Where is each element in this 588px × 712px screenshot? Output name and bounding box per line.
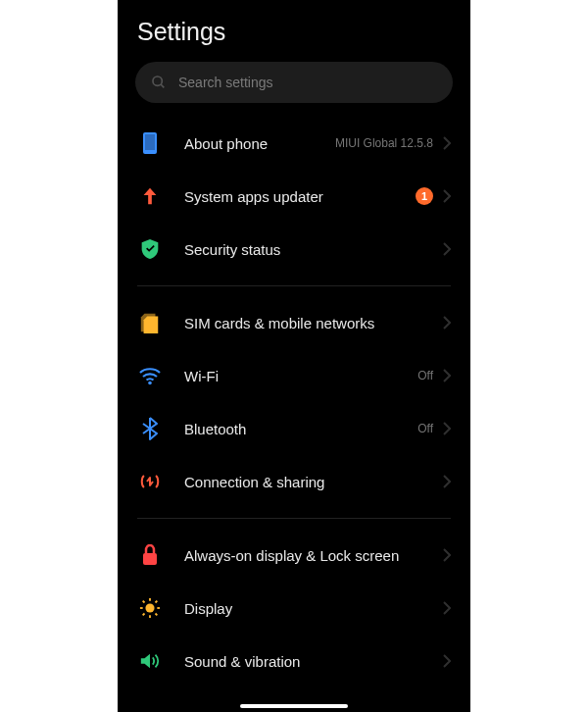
chevron-right-icon — [443, 422, 451, 435]
bluetooth-icon — [137, 416, 163, 441]
svg-point-6 — [145, 603, 154, 612]
item-about-phone[interactable]: About phone MIUI Global 12.5.8 — [118, 117, 470, 170]
chevron-right-icon — [443, 601, 451, 615]
update-arrow-icon — [137, 183, 163, 209]
sun-icon — [137, 595, 163, 621]
chevron-right-icon — [443, 316, 451, 330]
home-indicator[interactable] — [240, 704, 348, 708]
chevron-right-icon — [443, 369, 451, 382]
item-label: SIM cards & mobile networks — [184, 315, 443, 331]
item-label: System apps updater — [184, 188, 416, 205]
phone-icon — [137, 130, 163, 156]
item-display[interactable]: Display — [118, 582, 470, 635]
item-wifi[interactable]: Wi-Fi Off — [118, 349, 470, 402]
lock-icon — [137, 542, 163, 568]
shield-check-icon — [137, 236, 163, 262]
connection-icon — [137, 469, 163, 494]
item-security-status[interactable]: Security status — [118, 223, 470, 276]
item-label: Bluetooth — [184, 421, 417, 437]
divider — [137, 518, 451, 519]
item-label: Sound & vibration — [184, 653, 443, 670]
item-label: About phone — [184, 135, 335, 152]
svg-line-12 — [156, 614, 158, 616]
item-bluetooth[interactable]: Bluetooth Off — [118, 402, 470, 455]
divider — [137, 285, 451, 286]
svg-line-14 — [156, 601, 158, 603]
item-status: Off — [417, 369, 433, 382]
chevron-right-icon — [443, 136, 451, 150]
header: Settings — [118, 0, 470, 58]
svg-rect-3 — [145, 134, 155, 150]
page-title: Settings — [137, 18, 451, 46]
svg-point-0 — [153, 76, 162, 85]
settings-list: About phone MIUI Global 12.5.8 System ap… — [118, 117, 470, 687]
search-placeholder: Search settings — [178, 75, 273, 90]
chevron-right-icon — [443, 654, 451, 668]
item-connection-sharing[interactable]: Connection & sharing — [118, 455, 470, 508]
item-label: Wi-Fi — [184, 368, 417, 384]
item-status: Off — [417, 422, 433, 435]
search-icon — [151, 75, 167, 90]
item-status: MIUI Global 12.5.8 — [335, 136, 433, 150]
item-aod-lock[interactable]: Always-on display & Lock screen — [118, 529, 470, 582]
chevron-right-icon — [443, 242, 451, 256]
badge: 1 — [416, 187, 433, 205]
item-label: Display — [184, 600, 443, 617]
svg-line-11 — [143, 601, 145, 603]
svg-line-13 — [143, 614, 145, 616]
item-label: Always-on display & Lock screen — [184, 547, 443, 564]
svg-rect-5 — [143, 553, 157, 565]
speaker-icon — [137, 648, 163, 674]
item-label: Connection & sharing — [184, 474, 443, 490]
chevron-right-icon — [443, 548, 451, 562]
wifi-icon — [137, 363, 163, 388]
item-system-apps-updater[interactable]: System apps updater 1 — [118, 170, 470, 223]
chevron-right-icon — [443, 189, 451, 203]
settings-screen: Settings Search settings About phone MIU… — [118, 0, 470, 712]
item-label: Security status — [184, 241, 443, 258]
item-sound-vibration[interactable]: Sound & vibration — [118, 635, 470, 687]
item-sim-cards[interactable]: SIM cards & mobile networks — [118, 296, 470, 349]
sim-icon — [137, 310, 163, 335]
chevron-right-icon — [443, 475, 451, 488]
svg-point-4 — [148, 381, 152, 385]
svg-line-1 — [161, 84, 164, 87]
search-bar[interactable]: Search settings — [135, 62, 453, 103]
